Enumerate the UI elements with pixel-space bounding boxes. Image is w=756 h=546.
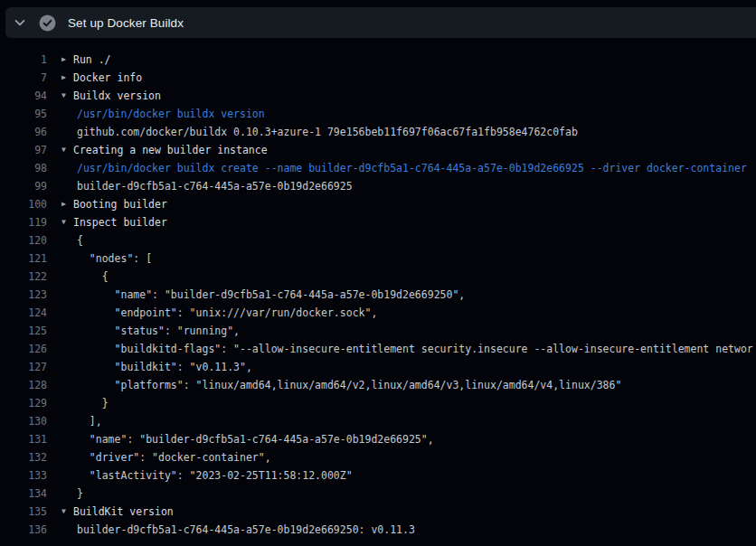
log-line: 121 "nodes": [ — [0, 249, 756, 268]
line-number[interactable]: 1 — [0, 51, 47, 69]
step-title: Set up Docker Buildx — [68, 16, 184, 30]
output-text: github.com/docker/buildx 0.10.3+azure-1 … — [77, 123, 578, 141]
output-text: { — [77, 231, 83, 249]
caret-expanded-icon[interactable]: ▼ — [47, 141, 73, 159]
log-line: 129 } — [0, 394, 756, 412]
output-text: } — [77, 394, 109, 412]
line-number[interactable]: 126 — [0, 340, 47, 358]
line-number[interactable]: 128 — [0, 376, 47, 394]
log-group-line[interactable]: 100▶Booting builder — [0, 195, 756, 213]
log-line: 133 "lastActivity": "2023-02-25T11:58:12… — [0, 466, 756, 485]
line-number[interactable]: 119 — [0, 213, 47, 231]
log-line: 124 "endpoint": "unix:///var/run/docker.… — [0, 304, 756, 322]
line-number[interactable]: 127 — [0, 358, 47, 376]
group-title[interactable]: Inspect builder — [73, 213, 167, 231]
line-number[interactable]: 136 — [0, 521, 47, 539]
output-text: ], — [77, 412, 102, 430]
log-line: 126 "buildkitd-flags": "--allow-insecure… — [0, 340, 756, 358]
line-number[interactable]: 94 — [0, 87, 47, 105]
line-number[interactable]: 120 — [0, 231, 47, 249]
line-number[interactable]: 122 — [0, 268, 47, 286]
log-viewer: 1▶Run ./7▶Docker info94▼Buildx version95… — [0, 38, 756, 546]
log-line: 128 "platforms": "linux/amd64,linux/amd6… — [0, 376, 756, 394]
line-number[interactable]: 135 — [0, 503, 47, 521]
log-line: 122 { — [0, 268, 756, 286]
output-text: builder-d9cfb5a1-c764-445a-a57e-0b19d2e6… — [77, 521, 415, 539]
output-text: builder-d9cfb5a1-c764-445a-a57e-0b19d2e6… — [77, 177, 353, 195]
line-number[interactable]: 134 — [0, 485, 47, 503]
output-text: "buildkitd-flags": "--allow-insecure-ent… — [77, 340, 753, 358]
line-number[interactable]: 121 — [0, 249, 47, 268]
line-number[interactable]: 99 — [0, 177, 47, 195]
line-number[interactable]: 125 — [0, 322, 47, 340]
log-line: 123 "name": "builder-d9cfb5a1-c764-445a-… — [0, 286, 756, 304]
output-text: "driver": "docker-container", — [77, 448, 271, 466]
caret-collapsed-icon[interactable]: ▶ — [47, 195, 73, 213]
output-text: "nodes": [ — [77, 249, 152, 268]
log-line: 127 "buildkit": "v0.11.3", — [0, 358, 756, 376]
group-title[interactable]: Docker info — [73, 69, 142, 87]
command-text: /usr/bin/docker buildx version — [77, 105, 265, 123]
group-title[interactable]: Run ./ — [73, 51, 111, 69]
caret-expanded-icon[interactable]: ▼ — [47, 87, 73, 105]
line-number[interactable]: 133 — [0, 466, 47, 485]
log-line: 134} — [0, 485, 756, 503]
log-group-line[interactable]: 94▼Buildx version — [0, 87, 756, 105]
log-group-line[interactable]: 119▼Inspect builder — [0, 213, 756, 231]
log-line: 131 "name": "builder-d9cfb5a1-c764-445a-… — [0, 430, 756, 448]
line-number[interactable]: 130 — [0, 412, 47, 430]
command-text: /usr/bin/docker buildx create --name bui… — [77, 159, 747, 177]
log-line: 125 "status": "running", — [0, 322, 756, 340]
log-group-line[interactable]: 135▼BuildKit version — [0, 503, 756, 521]
output-text: "name": "builder-d9cfb5a1-c764-445a-a57e… — [77, 286, 465, 304]
output-text: "lastActivity": "2023-02-25T11:58:12.000… — [77, 466, 353, 485]
line-number[interactable]: 98 — [0, 159, 47, 177]
success-check-icon — [39, 14, 56, 32]
line-number[interactable]: 132 — [0, 448, 47, 466]
line-number[interactable]: 95 — [0, 105, 47, 123]
caret-expanded-icon[interactable]: ▼ — [47, 503, 73, 521]
log-group-line[interactable]: 1▶Run ./ — [0, 51, 756, 69]
line-number[interactable]: 124 — [0, 304, 47, 322]
log-group-line[interactable]: 7▶Docker info — [0, 69, 756, 87]
output-text: "buildkit": "v0.11.3", — [77, 358, 252, 376]
output-text: } — [77, 485, 83, 503]
actions-log-page: Set up Docker Buildx 1▶Run ./7▶Docker in… — [0, 0, 756, 546]
log-line: 120{ — [0, 231, 756, 249]
output-text: "platforms": "linux/amd64,linux/amd64/v2… — [77, 376, 621, 394]
caret-expanded-icon[interactable]: ▼ — [47, 213, 73, 231]
log-line: 132 "driver": "docker-container", — [0, 448, 756, 466]
log-line: 98/usr/bin/docker buildx create --name b… — [0, 159, 756, 177]
output-text: "status": "running", — [77, 322, 240, 340]
output-text: "name": "builder-d9cfb5a1-c764-445a-a57e… — [77, 430, 434, 448]
step-header[interactable]: Set up Docker Buildx — [5, 7, 756, 38]
log-line: 136builder-d9cfb5a1-c764-445a-a57e-0b19d… — [0, 521, 756, 539]
line-number[interactable]: 97 — [0, 141, 47, 159]
line-number[interactable]: 131 — [0, 430, 47, 448]
group-title[interactable]: Booting builder — [73, 195, 167, 213]
log-line: 99builder-d9cfb5a1-c764-445a-a57e-0b19d2… — [0, 177, 756, 195]
chevron-down-icon[interactable] — [13, 15, 27, 30]
group-title[interactable]: Creating a new builder instance — [73, 141, 268, 159]
caret-collapsed-icon[interactable]: ▶ — [47, 69, 73, 87]
log-line: 130 ], — [0, 412, 756, 430]
line-number[interactable]: 100 — [0, 195, 47, 213]
line-number[interactable]: 123 — [0, 286, 47, 304]
group-title[interactable]: Buildx version — [73, 87, 161, 105]
output-text: { — [77, 268, 109, 286]
line-number[interactable]: 129 — [0, 394, 47, 412]
log-line: 96github.com/docker/buildx 0.10.3+azure-… — [0, 123, 756, 141]
line-number[interactable]: 96 — [0, 123, 47, 141]
line-number[interactable]: 7 — [0, 69, 47, 87]
caret-collapsed-icon[interactable]: ▶ — [47, 51, 73, 69]
output-text: "endpoint": "unix:///var/run/docker.sock… — [77, 304, 377, 322]
log-group-line[interactable]: 97▼Creating a new builder instance — [0, 141, 756, 159]
group-title[interactable]: BuildKit version — [73, 503, 174, 521]
log-line: 95/usr/bin/docker buildx version — [0, 105, 756, 123]
